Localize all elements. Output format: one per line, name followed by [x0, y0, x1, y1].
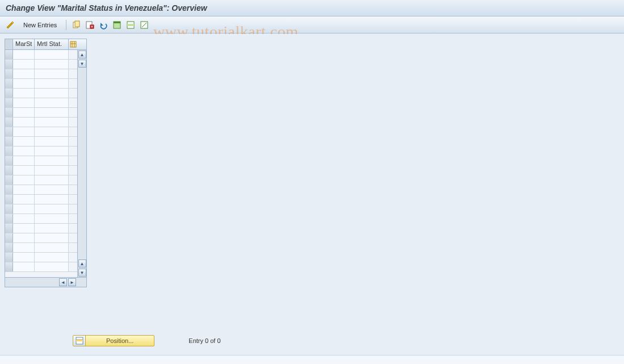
cell-marst[interactable] — [13, 127, 35, 136]
row-selector[interactable] — [5, 262, 13, 271]
display-change-icon[interactable] — [5, 19, 16, 31]
cell-marst[interactable] — [13, 253, 35, 262]
row-selector[interactable] — [5, 243, 13, 252]
row-selector[interactable] — [5, 214, 13, 223]
cell-mrtl-stat[interactable] — [35, 127, 69, 136]
table-row — [5, 233, 77, 243]
row-selector[interactable] — [5, 195, 13, 204]
cell-mrtl-stat[interactable] — [35, 89, 69, 98]
select-all-icon[interactable] — [111, 19, 123, 31]
cell-marst[interactable] — [13, 69, 35, 78]
cell-marst[interactable] — [13, 147, 35, 156]
page-title-bar: Change View "Marital Status in Venezuela… — [0, 0, 624, 16]
cell-marst[interactable] — [13, 60, 35, 69]
new-entries-button[interactable]: New Entries — [18, 19, 62, 31]
undo-icon[interactable] — [98, 19, 109, 31]
scroll-right-icon[interactable]: ► — [68, 278, 76, 286]
row-selector[interactable] — [5, 69, 13, 78]
scroll-left-icon[interactable]: ◄ — [59, 278, 67, 286]
position-button[interactable]: Position... — [73, 335, 154, 346]
cell-mrtl-stat[interactable] — [35, 156, 69, 165]
cell-mrtl-stat[interactable] — [35, 98, 69, 107]
cell-mrtl-stat[interactable] — [35, 50, 69, 59]
cell-mrtl-stat[interactable] — [35, 262, 69, 271]
cell-marst[interactable] — [13, 108, 35, 117]
table-row — [5, 243, 77, 253]
row-selector[interactable] — [5, 50, 13, 59]
cell-marst[interactable] — [13, 214, 35, 223]
cell-marst[interactable] — [13, 166, 35, 175]
cell-marst[interactable] — [13, 233, 35, 242]
cell-mrtl-stat[interactable] — [35, 60, 69, 69]
cell-mrtl-stat[interactable] — [35, 204, 69, 214]
select-block-icon[interactable] — [125, 19, 136, 31]
row-selector[interactable] — [5, 60, 13, 69]
table-row — [5, 79, 77, 89]
scroll-down-icon[interactable]: ▼ — [78, 269, 86, 277]
cell-marst[interactable] — [13, 98, 35, 107]
cell-mrtl-stat[interactable] — [35, 137, 69, 146]
row-selector[interactable] — [5, 127, 13, 136]
header-select-corner[interactable] — [5, 39, 13, 49]
cell-mrtl-stat[interactable] — [35, 253, 69, 262]
cell-marst[interactable] — [13, 262, 35, 271]
row-selector[interactable] — [5, 98, 13, 107]
cell-marst[interactable] — [13, 175, 35, 185]
copy-icon[interactable] — [70, 19, 82, 31]
cell-mrtl-stat[interactable] — [35, 243, 69, 252]
table-row — [5, 89, 77, 98]
horizontal-scrollbar[interactable]: ◄ ► — [5, 277, 86, 287]
scroll-up-icon[interactable]: ▲ — [78, 51, 86, 58]
cell-mrtl-stat[interactable] — [35, 224, 69, 233]
row-selector[interactable] — [5, 147, 13, 156]
cell-mrtl-stat[interactable] — [35, 233, 69, 242]
deselect-all-icon[interactable] — [139, 19, 150, 31]
row-selector[interactable] — [5, 79, 13, 88]
cell-mrtl-stat[interactable] — [35, 166, 69, 175]
vertical-scrollbar[interactable]: ▲ ▼ ▲ ▼ — [77, 50, 86, 277]
cell-mrtl-stat[interactable] — [35, 175, 69, 185]
cell-mrtl-stat[interactable] — [35, 185, 69, 194]
row-selector[interactable] — [5, 224, 13, 233]
row-selector[interactable] — [5, 137, 13, 146]
row-selector[interactable] — [5, 204, 13, 214]
cell-marst[interactable] — [13, 118, 35, 127]
cell-marst[interactable] — [13, 195, 35, 204]
cell-mrtl-stat[interactable] — [35, 118, 69, 127]
cell-marst[interactable] — [13, 243, 35, 252]
delete-icon[interactable] — [84, 19, 95, 31]
cell-marst[interactable] — [13, 156, 35, 165]
scroll-down-step-icon[interactable]: ▼ — [78, 60, 86, 68]
row-selector[interactable] — [5, 185, 13, 194]
table-row — [5, 60, 77, 69]
status-bar — [0, 355, 624, 364]
col-marst[interactable]: MarSt — [13, 39, 35, 49]
row-selector[interactable] — [5, 166, 13, 175]
cell-mrtl-stat[interactable] — [35, 69, 69, 78]
row-selector[interactable] — [5, 118, 13, 127]
cell-mrtl-stat[interactable] — [35, 108, 69, 117]
row-selector[interactable] — [5, 89, 13, 98]
cell-marst[interactable] — [13, 204, 35, 214]
row-selector[interactable] — [5, 175, 13, 185]
table-settings-icon[interactable] — [69, 39, 78, 49]
svg-rect-5 — [114, 22, 120, 23]
cell-marst[interactable] — [13, 50, 35, 59]
table-row — [5, 166, 77, 175]
row-selector[interactable] — [5, 253, 13, 262]
cell-mrtl-stat[interactable] — [35, 147, 69, 156]
cell-marst[interactable] — [13, 224, 35, 233]
cell-marst[interactable] — [13, 185, 35, 194]
cell-marst[interactable] — [13, 79, 35, 88]
row-selector[interactable] — [5, 108, 13, 117]
cell-marst[interactable] — [13, 89, 35, 98]
row-selector[interactable] — [5, 156, 13, 165]
cell-marst[interactable] — [13, 137, 35, 146]
position-label: Position... — [86, 337, 154, 344]
cell-mrtl-stat[interactable] — [35, 214, 69, 223]
scroll-up-step-icon[interactable]: ▲ — [78, 260, 86, 267]
cell-mrtl-stat[interactable] — [35, 195, 69, 204]
col-mrtl-stat[interactable]: Mrtl Stat. — [35, 39, 69, 49]
cell-mrtl-stat[interactable] — [35, 79, 69, 88]
row-selector[interactable] — [5, 233, 13, 242]
